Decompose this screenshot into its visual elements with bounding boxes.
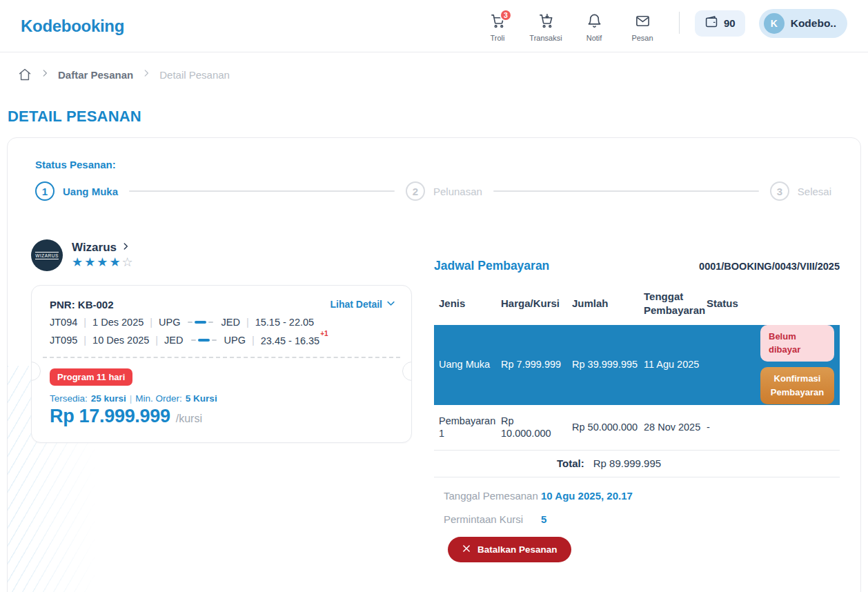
permintaan-kursi-label: Permintaan Kursi [444, 513, 541, 525]
nav-notif[interactable]: Notif [573, 10, 615, 42]
cell-jumlah: Rp 39.999.995 [572, 358, 644, 371]
ticket-notch-left [31, 362, 41, 381]
user-name: Kodebo.. [791, 17, 836, 30]
price-unit: /kursi [176, 413, 202, 425]
step-pelunasan: 2 Pelunasan [406, 181, 482, 201]
separator: | [246, 317, 249, 328]
pnr-code: PNR: KB-002 [50, 299, 114, 310]
step-3-circle: 3 [770, 181, 789, 201]
batalkan-pesanan-label: Batalkan Pesanan [477, 544, 558, 555]
nav-notif-label: Notif [586, 34, 602, 42]
flight-destination: UPG [224, 335, 246, 346]
wallet-balance[interactable]: 90 [695, 10, 745, 37]
availability-seats: 25 kursi [91, 393, 126, 404]
step-uang-muka: 1 Uang Muka [35, 181, 118, 201]
flight-time: 23.45 - 16.35+1 [261, 334, 328, 346]
separator: | [83, 317, 86, 328]
plus-one-day-badge: +1 [320, 330, 328, 337]
separator: | [155, 335, 158, 346]
nav-troli[interactable]: 3 Troli [476, 10, 519, 42]
step-connector [493, 190, 759, 192]
chevron-right-icon [40, 68, 50, 81]
avatar: K [764, 13, 785, 34]
agent-rating: ★★★★☆ [72, 256, 135, 268]
breadcrumb-detail-pesanan: Detail Pesanan [159, 69, 230, 81]
route-icon [191, 339, 217, 342]
step-connector [129, 190, 395, 192]
flight-origin: UPG [159, 317, 180, 328]
chevron-down-icon [386, 298, 396, 310]
transaction-cart-icon [538, 13, 554, 32]
app-header: Kodebooking 3 Troli Transaksi Notif [0, 0, 868, 52]
envelope-icon [635, 13, 651, 32]
col-harga-kursi: Harga/Kursi [501, 297, 572, 310]
payment-table-header: Jenis Harga/Kursi Jumlah Tenggat Pembaya… [434, 284, 840, 325]
total-row: Total: Rp 89.999.995 [434, 451, 840, 477]
star-filled-icons: ★★★★ [72, 255, 122, 269]
price-per-seat: Rp 17.999.999 [50, 406, 170, 427]
agent-logo[interactable]: WIZARUS [31, 239, 63, 271]
min-order-label: Min. Order: [135, 393, 182, 404]
route-icon [188, 321, 213, 324]
cell-jenis: Pembayaran 1 [439, 415, 501, 441]
cell-status: - [707, 421, 840, 434]
col-jenis: Jenis [439, 297, 501, 310]
konfirmasi-pembayaran-button[interactable]: Konfirmasi Pembayaran [760, 367, 834, 404]
flight-destination: JED [221, 317, 239, 328]
status-badge-belum-dibayar: Belum dibayar [760, 325, 834, 362]
info-row-kursi: Permintaan Kursi 5 [444, 513, 840, 525]
tanggal-pemesanan-value: 10 Agu 2025, 20.17 [541, 490, 633, 502]
separator: | [252, 335, 255, 346]
flight-time: 15.15 - 22.05 [255, 317, 314, 328]
payment-column: Jadwal Pembayaran 0001/BOOKING/0043/VIII… [434, 239, 840, 562]
breadcrumb-daftar-pesanan[interactable]: Daftar Pesanan [58, 69, 133, 81]
booking-code: 0001/BOOKING/0043/VIII/2025 [699, 261, 840, 272]
separator: | [150, 317, 152, 328]
home-icon[interactable] [18, 68, 32, 81]
page-title: DETAIL PESANAN [8, 108, 868, 126]
nav-transaksi[interactable]: Transaksi [524, 10, 567, 42]
cell-status: Belum dibayar Konfirmasi Pembayaran [707, 325, 840, 404]
availability-line: Tersedia: 25 kursi | Min. Order: 5 Kursi [50, 393, 396, 404]
flight-code: JT095 [50, 335, 77, 346]
total-value: Rp 89.999.995 [593, 457, 661, 469]
col-status: Status [707, 297, 840, 310]
flight-code: JT094 [50, 317, 77, 328]
chevron-right-icon [141, 68, 151, 81]
lihat-detail-link[interactable]: Lihat Detail [331, 298, 396, 310]
cell-jumlah: Rp 50.000.000 [572, 421, 644, 434]
flight-origin: JED [164, 335, 183, 346]
ticket-dashed-divider [43, 357, 400, 358]
separator: | [130, 393, 132, 404]
cart-badge: 3 [500, 9, 512, 21]
header-divider [679, 12, 680, 34]
separator: | [83, 335, 86, 346]
step-1-circle: 1 [35, 181, 55, 201]
step-1-label: Uang Muka [63, 186, 118, 197]
nav-transaksi-label: Transaksi [529, 34, 562, 42]
brand-logo[interactable]: Kodebooking [21, 17, 124, 36]
agent-name-link[interactable]: Wizarus [72, 241, 135, 255]
status-pesanan-label: Status Pesanan: [35, 159, 840, 170]
flight-segment: JT094 | 1 Des 2025 | UPG JED | 15.15 - 2… [50, 317, 396, 328]
wallet-value: 90 [724, 17, 736, 29]
header-actions: 3 Troli Transaksi Notif Pesan [476, 9, 847, 43]
col-tenggat: Tenggat Pembayaran [644, 290, 707, 318]
cell-jenis: Uang Muka [439, 358, 501, 371]
agent-logo-text: WIZARUS [35, 252, 58, 259]
step-2-circle: 2 [406, 181, 425, 201]
table-row-uang-muka: Uang Muka Rp 7.999.999 Rp 39.999.995 11 … [434, 325, 840, 405]
payment-schedule-title: Jadwal Pembayaran [434, 259, 549, 273]
batalkan-pesanan-button[interactable]: Batalkan Pesanan [448, 537, 571, 562]
nav-pesan[interactable]: Pesan [621, 10, 664, 42]
tanggal-pemesanan-label: Tanggal Pemesanan [444, 490, 541, 502]
detail-pesanan-card: Status Pesanan: 1 Uang Muka 2 Pelunasan … [7, 137, 861, 592]
user-menu[interactable]: K Kodebo.. [759, 9, 847, 38]
min-order-value: 5 Kursi [186, 393, 217, 404]
total-label: Total: [557, 457, 584, 469]
cell-harga: Rp 10.000.000 [501, 415, 572, 441]
step-selesai: 3 Selesai [770, 181, 831, 201]
flight-date: 10 Des 2025 [92, 335, 149, 346]
step-3-label: Selesai [798, 186, 831, 197]
pnr-ticket-card: PNR: KB-002 Lihat Detail JT094 | 1 Des 2… [31, 285, 412, 443]
